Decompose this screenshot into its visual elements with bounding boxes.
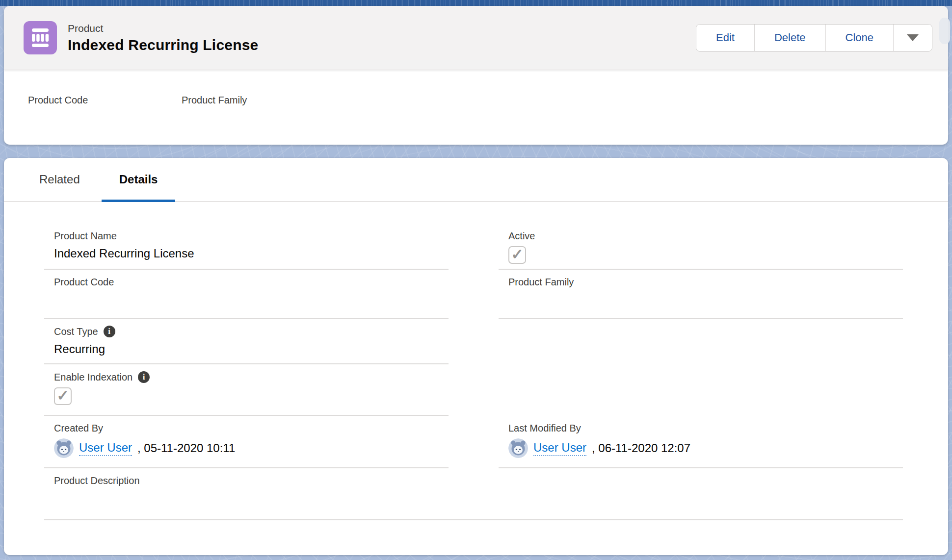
check-icon: ✓ <box>56 388 69 403</box>
field-product-code: Product Code <box>44 270 449 319</box>
entity-label: Product <box>68 23 258 34</box>
record-tabs: Related Details <box>4 158 948 202</box>
field-enable-indexation: Enable Indexation i ✓ <box>44 364 449 416</box>
app-background-top <box>0 0 952 6</box>
app-window: Product Indexed Recurring License Edit D… <box>0 0 952 560</box>
field-product-name: Product Name Indexed Recurring License <box>44 224 449 270</box>
delete-button[interactable]: Delete <box>755 25 826 51</box>
more-actions-button[interactable] <box>894 25 932 51</box>
empty-cell <box>499 364 903 416</box>
field-value <box>54 292 449 308</box>
record-header-band: Product Indexed Recurring License Edit D… <box>4 6 948 70</box>
check-icon: ✓ <box>511 247 523 262</box>
highlights-panel: Product Code Product Family <box>4 70 948 124</box>
active-checkbox[interactable]: ✓ <box>508 246 526 264</box>
created-by-user-link[interactable]: User User <box>79 441 132 456</box>
tab-related[interactable]: Related <box>22 158 98 201</box>
field-label: Enable Indexation <box>54 372 132 383</box>
field-last-modified-by: Last Modified By <box>499 416 903 468</box>
field-value <box>54 491 903 507</box>
field-value: Indexed Recurring License <box>54 246 449 262</box>
field-product-description: Product Description <box>44 468 903 520</box>
highlight-field-product-family: Product Family <box>182 95 335 124</box>
clone-button[interactable]: Clone <box>826 25 894 51</box>
info-icon[interactable]: i <box>104 326 115 337</box>
field-label: Cost Type <box>54 326 98 337</box>
record-header-card: Product Indexed Recurring License Edit D… <box>4 6 948 145</box>
product-icon <box>24 21 57 54</box>
last-modified-by-user-link[interactable]: User User <box>533 441 586 456</box>
field-active: Active ✓ <box>499 224 903 270</box>
tab-details[interactable]: Details <box>102 158 176 201</box>
field-label: Product Description <box>54 475 903 486</box>
highlight-label: Product Code <box>28 95 182 106</box>
detail-fields: Product Name Indexed Recurring License A… <box>4 202 948 520</box>
field-label: Created By <box>54 423 449 434</box>
edit-button[interactable]: Edit <box>696 25 755 51</box>
user-avatar <box>54 438 74 458</box>
highlight-field-product-code: Product Code <box>28 95 182 124</box>
field-label: Last Modified By <box>508 423 903 434</box>
vertical-scrollbar-thumb[interactable] <box>939 18 950 44</box>
field-product-family: Product Family <box>499 270 903 319</box>
highlight-value <box>28 111 182 124</box>
chevron-down-icon <box>907 34 919 41</box>
field-label: Active <box>508 230 903 242</box>
info-icon[interactable]: i <box>138 371 150 383</box>
enable-indexation-checkbox[interactable]: ✓ <box>54 387 72 405</box>
created-timestamp: , 05-11-2020 10:11 <box>137 441 235 455</box>
field-created-by: Created By Us <box>44 416 449 468</box>
record-detail-card: Related Details Product Name Indexed Rec… <box>4 158 948 555</box>
user-avatar <box>508 438 528 458</box>
last-modified-timestamp: , 06-11-2020 12:07 <box>592 441 690 455</box>
field-label: Product Family <box>508 277 903 288</box>
highlight-value <box>182 111 335 124</box>
field-value <box>508 292 903 308</box>
record-action-buttons: Edit Delete Clone <box>696 24 932 51</box>
field-value: Recurring <box>54 342 449 357</box>
empty-cell <box>499 319 903 364</box>
field-cost-type: Cost Type i Recurring <box>44 319 449 364</box>
field-label: Product Name <box>54 230 449 242</box>
field-label: Product Code <box>54 277 449 288</box>
highlight-label: Product Family <box>182 95 335 106</box>
record-title: Indexed Recurring License <box>68 37 258 53</box>
